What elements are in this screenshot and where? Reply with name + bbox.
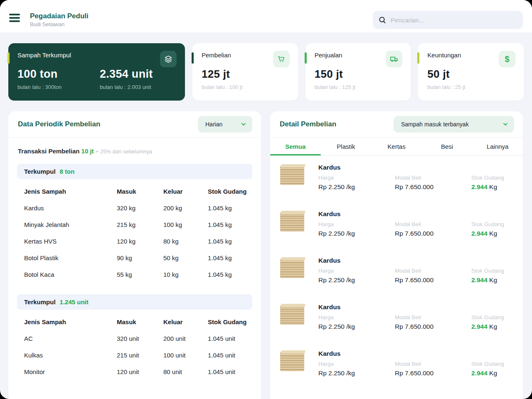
chevron-down-icon bbox=[241, 121, 246, 127]
detail-panel-header: Detail Pembelian Sampah masuk terbanyak bbox=[270, 111, 523, 138]
dollar-icon: $ bbox=[499, 51, 515, 67]
stok-gudang-value: 2.944 Kg bbox=[471, 369, 513, 377]
card-value: 50 jt bbox=[427, 68, 515, 81]
transaction-summary: Transaksi Pembelian 10 jt + 25% dari seb… bbox=[18, 148, 251, 155]
stok-unit: Kg bbox=[489, 323, 497, 330]
table-row[interactable]: AC 320 unit 200 unit 1.045 unit bbox=[24, 330, 252, 347]
modal-beli-label: Modal Beli bbox=[395, 175, 471, 181]
category-tab[interactable]: Besi bbox=[422, 138, 473, 155]
cardboard-bale-image bbox=[280, 212, 304, 232]
modal-beli-value: Rp 7.650.000 bbox=[395, 323, 471, 330]
cell-jenis: Monitor bbox=[24, 368, 117, 375]
stat-card-penjualan[interactable]: Penjualan 150 jt bulan lalu : 125 jt bbox=[305, 43, 411, 101]
weight-table: Jenis Sampah Masuk Keluar Stok Gudang Ka… bbox=[17, 183, 252, 283]
column-header: Keluar bbox=[163, 318, 208, 325]
category-tab[interactable]: Semua bbox=[270, 138, 321, 155]
stok-number: 2.944 bbox=[471, 276, 488, 283]
modal-beli-label: Modal Beli bbox=[395, 221, 471, 227]
column-header: Stok Gudang bbox=[208, 188, 252, 195]
stok-number: 2.944 bbox=[471, 230, 488, 237]
harga-value: Rp 2.250 /kg bbox=[318, 230, 395, 237]
modal-beli-label: Modal Beli bbox=[395, 361, 471, 367]
item-name: Kardus bbox=[318, 164, 513, 171]
hamburger-menu-icon[interactable] bbox=[9, 14, 20, 24]
card-sub: bulan lalu : 100 jt bbox=[202, 84, 289, 90]
purchase-item[interactable]: Kardus Harga Rp 2.250 /kg Modal Beli Rp … bbox=[270, 202, 523, 249]
cell-stok: 1.045 kg bbox=[208, 204, 252, 212]
cell-masuk: 120 kg bbox=[117, 238, 163, 245]
period-filter-dropdown[interactable]: Harian bbox=[198, 116, 252, 133]
purchase-item[interactable]: Kardus Harga Rp 2.250 /kg Modal Beli Rp … bbox=[270, 155, 523, 202]
cell-jenis: Botol Plastik bbox=[24, 254, 117, 261]
table-row[interactable]: Kardus 320 kg 200 kg 1.045 kg bbox=[24, 200, 252, 216]
modal-beli-value: Rp 7.650.000 bbox=[395, 183, 471, 191]
stok-number: 2.944 bbox=[471, 183, 488, 190]
harga-value: Rp 2.250 /kg bbox=[318, 183, 395, 191]
collected-value: 1.245 unit bbox=[60, 298, 89, 305]
modal-beli-label: Modal Beli bbox=[395, 268, 471, 274]
cell-stok: 1.045 unit bbox=[208, 335, 252, 342]
harga-value: Rp 2.250 /kg bbox=[318, 369, 395, 377]
table-row[interactable]: Minyak Jelantah 215 kg 100 kg 1.045 kg bbox=[24, 216, 252, 233]
stok-gudang-value: 2.944 Kg bbox=[471, 230, 513, 237]
detail-panel: Detail Pembelian Sampah masuk terbanyak … bbox=[270, 111, 523, 399]
purchase-item-list: Kardus Harga Rp 2.250 /kg Modal Beli Rp … bbox=[270, 155, 523, 388]
tab-label: Besi bbox=[441, 143, 453, 150]
collected-label: Terkumpul bbox=[24, 168, 56, 175]
cell-jenis: Minyak Jelantah bbox=[24, 221, 117, 228]
table-header-row: Jenis Sampah Masuk Keluar Stok Gudang bbox=[24, 183, 252, 200]
stat-card-sampah-terkumpul[interactable]: Sampah Terkumpul 100 ton bulan lalu : 30… bbox=[8, 43, 185, 101]
cell-keluar: 10 kg bbox=[163, 271, 208, 278]
cell-keluar: 80 unit bbox=[163, 368, 208, 375]
cell-jenis: Kertas HVS bbox=[24, 238, 117, 245]
sort-filter-dropdown[interactable]: Sampah masuk terbanyak bbox=[394, 116, 514, 133]
cell-stok: 1.045 kg bbox=[208, 271, 252, 278]
stok-gudang-label: Stok Gudang bbox=[471, 221, 513, 227]
search-input[interactable] bbox=[391, 17, 517, 24]
card-value: 125 jt bbox=[202, 68, 289, 81]
modal-beli-value: Rp 7.650.000 bbox=[395, 230, 471, 237]
table-row[interactable]: Botol Kaca 55 kg 10 kg 1.045 kg bbox=[24, 266, 252, 283]
chevron-down-icon bbox=[502, 121, 508, 127]
summary-label: Transaksi Pembelian bbox=[18, 148, 79, 155]
stok-unit: Kg bbox=[489, 183, 497, 190]
category-tab[interactable]: Kertas bbox=[371, 138, 422, 155]
stok-number: 2.944 bbox=[471, 323, 488, 330]
stok-unit: Kg bbox=[489, 369, 497, 377]
table-row[interactable]: Kertas HVS 120 kg 80 kg 1.045 kg bbox=[24, 233, 252, 249]
purchase-item[interactable]: Kardus Harga Rp 2.250 /kg Modal Beli Rp … bbox=[270, 295, 523, 342]
cell-stok: 1.045 kg bbox=[208, 221, 252, 228]
stok-gudang-label: Stok Gudang bbox=[471, 361, 513, 367]
search-icon bbox=[379, 16, 387, 24]
purchase-item[interactable]: Kardus Harga Rp 2.250 /kg Modal Beli Rp … bbox=[270, 249, 523, 295]
collected-unit-header: Terkumpul 1.245 unit bbox=[17, 294, 252, 310]
table-row[interactable]: Monitor 120 unit 80 unit 1.045 unit bbox=[24, 363, 252, 380]
cell-masuk: 320 kg bbox=[117, 204, 163, 212]
summary-value: 10 jt bbox=[81, 148, 94, 155]
stat-card-keuntungan[interactable]: Keuntungan $ 50 jt bulan lalu : 25 jt bbox=[418, 43, 524, 101]
stok-gudang-value: 2.944 Kg bbox=[471, 323, 513, 330]
cell-keluar: 200 kg bbox=[163, 204, 208, 212]
item-name: Kardus bbox=[318, 350, 513, 357]
table-row[interactable]: Botol Plastik 90 kg 50 kg 1.045 kg bbox=[24, 249, 252, 266]
purchase-item[interactable]: Kardus Harga Rp 2.250 /kg Modal Beli Rp … bbox=[270, 342, 523, 388]
stat-card-pembelian[interactable]: Pembelian 125 jt bulan lalu : 100 jt bbox=[192, 43, 298, 101]
periodic-panel-title: Data Periodik Pembelian bbox=[18, 120, 100, 128]
category-tab[interactable]: Plastik bbox=[321, 138, 372, 155]
sort-filter-value: Sampah masuk terbanyak bbox=[401, 121, 469, 128]
summary-delta: + 25% dari sebelumnya bbox=[96, 148, 152, 155]
accent-bar bbox=[305, 52, 307, 64]
search-box[interactable] bbox=[373, 11, 523, 29]
table-row[interactable]: Kulkas 215 unit 100 unit 1.045 unit bbox=[24, 347, 252, 363]
accent-bar bbox=[417, 52, 419, 64]
column-header: Stok Gudang bbox=[208, 318, 252, 325]
column-header: Masuk bbox=[117, 188, 163, 195]
collected-value: 8 ton bbox=[60, 168, 75, 175]
category-tab[interactable]: Lainnya bbox=[472, 138, 523, 155]
cardboard-bale-image bbox=[280, 165, 304, 185]
cell-keluar: 80 kg bbox=[163, 238, 208, 245]
column-header: Keluar bbox=[163, 188, 208, 195]
app-screen: 9:27 Pegadaian Peduli Budi Setiawan Samp… bbox=[0, 0, 532, 399]
column-header: Masuk bbox=[117, 318, 163, 325]
cell-masuk: 215 unit bbox=[117, 352, 163, 359]
